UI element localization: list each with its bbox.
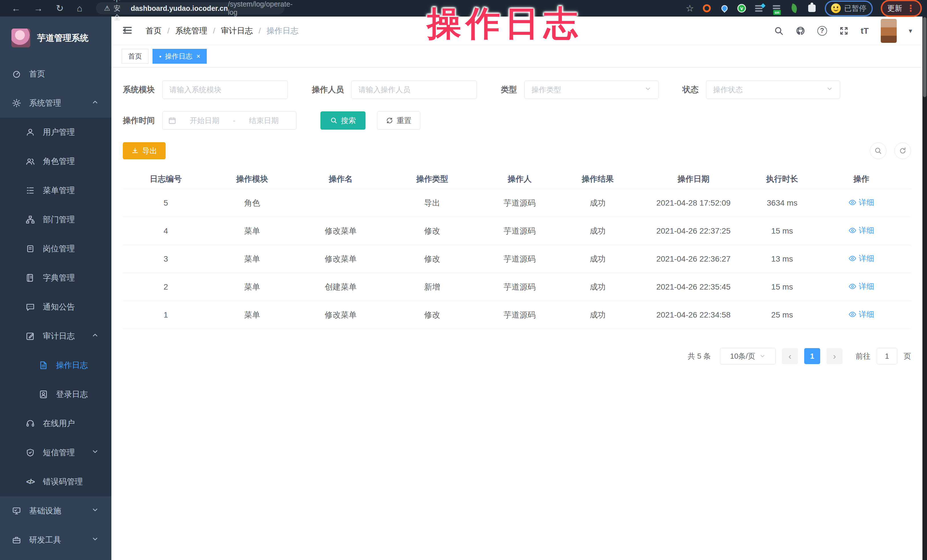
browser-forward-icon[interactable]: → <box>34 0 43 17</box>
table-row[interactable]: 2 菜单 创建菜单 新增 芋道源码 成功 2021-04-26 22:35:45… <box>123 273 911 301</box>
active-dot-icon: ● <box>159 54 161 59</box>
table-row[interactable]: 3 菜单 修改菜单 修改 芋道源码 成功 2021-04-26 22:36:27… <box>123 245 911 273</box>
sidebar-item-dev-tools[interactable]: 研发工具 <box>0 525 111 555</box>
tag-home[interactable]: 首页 <box>122 49 149 64</box>
browser-update-chip[interactable]: 更新 ⋮ <box>881 0 922 17</box>
page-unit-label: 页 <box>904 351 911 361</box>
detail-link[interactable]: 详细 <box>848 253 874 264</box>
address-bar[interactable]: ⚠ 不安全 dashboard.yudao.iocoder.cn /system… <box>96 2 284 14</box>
sidebar-item-system-management[interactable]: 系统管理 <box>0 88 111 118</box>
tag-close-icon[interactable]: × <box>196 52 200 60</box>
end-date-placeholder[interactable]: 结束日期 <box>237 116 290 126</box>
sidebar-toggle-icon[interactable] <box>122 24 133 37</box>
column-header: 操作人 <box>478 174 561 185</box>
refresh-table-button[interactable] <box>894 143 911 159</box>
bookmark-star-icon[interactable]: ☆ <box>686 3 694 14</box>
sidebar-item-error-code-management[interactable]: </> 错误码管理 <box>0 467 111 496</box>
app-logo[interactable]: 芋道管理系统 <box>0 17 111 59</box>
browser-menu-icon[interactable]: ⋮ <box>906 3 915 14</box>
breadcrumb-system[interactable]: 系统管理 <box>175 26 207 36</box>
status-select[interactable]: 操作状态 <box>706 80 840 99</box>
badge-icon <box>25 244 35 254</box>
window-scrollbar[interactable] <box>922 17 927 560</box>
cell-operator: 芋道源码 <box>478 310 561 320</box>
sidebar-item-department-management[interactable]: 部门管理 <box>0 205 111 234</box>
search-icon <box>874 147 882 155</box>
extension-ring-icon[interactable] <box>702 3 712 13</box>
browser-extensions-area: ☆ v on 已暂停 更新 ⋮ <box>686 0 927 17</box>
detail-link[interactable]: 详细 <box>848 225 874 235</box>
sidebar-item-user-management[interactable]: 用户管理 <box>0 118 111 147</box>
extensions-puzzle-icon[interactable] <box>807 3 817 13</box>
tag-label: 首页 <box>128 52 142 61</box>
help-icon[interactable]: ? <box>818 26 827 36</box>
cell-type: 新增 <box>386 282 478 293</box>
cell-operator: 芋道源码 <box>478 197 561 208</box>
tag-operate-log[interactable]: ● 操作日志 × <box>152 49 207 64</box>
detail-link[interactable]: 详细 <box>848 309 874 320</box>
time-label: 操作时间 <box>123 115 155 126</box>
breadcrumb-home[interactable]: 首页 <box>146 26 162 36</box>
detail-link[interactable]: 详细 <box>848 197 874 208</box>
filter-row-1: 系统模块 操作人员 类型 操作类型 <box>123 80 911 99</box>
sidebar-item-dict-management[interactable]: 字典管理 <box>0 263 111 293</box>
cell-result: 成功 <box>561 282 635 293</box>
cell-log-id: 4 <box>123 226 209 235</box>
extension-bars-icon[interactable] <box>754 3 764 13</box>
prev-page-button[interactable]: ‹ <box>782 348 798 364</box>
reset-button[interactable]: 重置 <box>377 111 420 130</box>
table-row[interactable]: 5 角色 导出 芋道源码 成功 2021-04-28 17:52:09 3634… <box>123 189 911 217</box>
sidebar-item-login-log[interactable]: 登录日志 <box>0 380 111 409</box>
export-button[interactable]: 导出 <box>123 142 166 159</box>
date-range-picker[interactable]: 开始日期 - 结束日期 <box>162 111 296 130</box>
sidebar-item-label: 字典管理 <box>43 272 75 283</box>
filter-row-2: 操作时间 开始日期 - 结束日期 搜索 重置 <box>123 111 911 130</box>
font-size-icon[interactable]: tT <box>861 26 869 36</box>
filter-status: 状态 操作状态 <box>682 80 840 99</box>
extension-leaf-icon[interactable] <box>789 3 799 13</box>
sidebar-item-online-users[interactable]: 在线用户 <box>0 409 111 438</box>
sidebar-item-role-management[interactable]: 角色管理 <box>0 147 111 176</box>
sidebar-item-label: 菜单管理 <box>43 185 75 196</box>
browser-home-icon[interactable]: ⌂ <box>77 0 82 17</box>
type-select[interactable]: 操作类型 <box>524 80 658 99</box>
security-label[interactable]: 不安全 <box>114 0 120 22</box>
browser-back-icon[interactable]: ← <box>11 0 21 17</box>
paused-extension-chip[interactable]: 已暂停 <box>825 1 873 16</box>
sidebar-item-notice[interactable]: 通知公告 <box>0 293 111 322</box>
user-avatar[interactable] <box>881 19 897 43</box>
extension-drop-icon[interactable] <box>720 3 729 13</box>
fullscreen-icon[interactable] <box>839 26 849 36</box>
sidebar-item-label: 操作日志 <box>56 360 88 371</box>
start-date-placeholder[interactable]: 开始日期 <box>178 116 231 126</box>
sidebar-item-label: 用户管理 <box>43 127 75 138</box>
github-icon[interactable] <box>796 26 805 36</box>
breadcrumb-audit-log[interactable]: 审计日志 <box>221 26 253 36</box>
toggle-search-button[interactable] <box>870 143 886 159</box>
sidebar-item-home[interactable]: 首页 <box>0 59 111 88</box>
extension-green-icon[interactable]: v <box>737 4 746 12</box>
operator-input[interactable] <box>351 80 477 99</box>
sidebar-item-audit-log[interactable]: 审计日志 <box>0 322 111 351</box>
search-button[interactable]: 搜索 <box>321 111 366 130</box>
sidebar-item-operate-log[interactable]: 操作日志 <box>0 351 111 380</box>
sidebar-item-post-management[interactable]: 岗位管理 <box>0 234 111 263</box>
sidebar-item-sms-management[interactable]: 短信管理 <box>0 438 111 467</box>
search-icon[interactable] <box>774 26 784 36</box>
browser-refresh-icon[interactable]: ↻ <box>56 0 64 17</box>
current-page-button[interactable]: 1 <box>804 348 820 364</box>
goto-page-input[interactable] <box>877 348 897 364</box>
sidebar-item-menu-management[interactable]: 菜单管理 <box>0 176 111 205</box>
scrollbar-thumb[interactable] <box>923 17 926 97</box>
avatar-caret-icon[interactable]: ▾ <box>909 27 912 35</box>
page-size-select[interactable]: 10条/页 <box>720 348 776 364</box>
book-icon <box>25 273 35 283</box>
cell-name: 修改菜单 <box>295 253 386 264</box>
table-row[interactable]: 1 菜单 修改菜单 修改 芋道源码 成功 2021-04-26 22:34:58… <box>123 301 911 329</box>
next-page-button[interactable]: › <box>827 348 842 364</box>
sidebar-item-infrastructure[interactable]: 基础设施 <box>0 496 111 525</box>
table-row[interactable]: 4 菜单 修改菜单 修改 芋道源码 成功 2021-04-26 22:37:25… <box>123 217 911 245</box>
extension-on-badge-icon[interactable]: on <box>772 3 781 13</box>
detail-link[interactable]: 详细 <box>848 281 874 291</box>
module-input[interactable] <box>162 80 288 99</box>
